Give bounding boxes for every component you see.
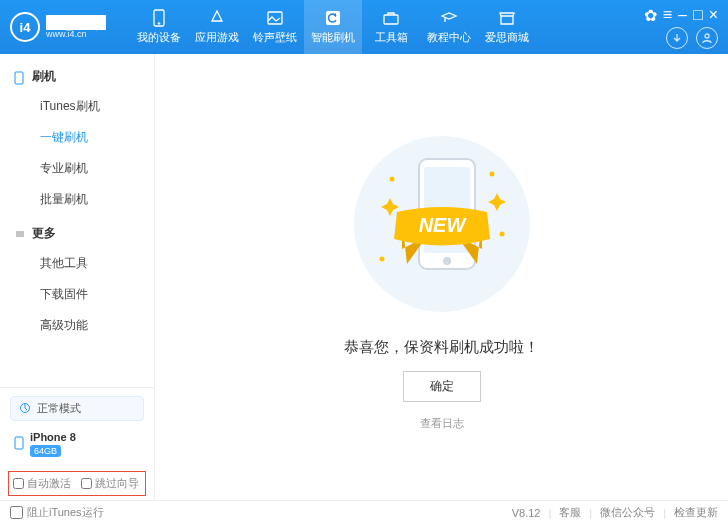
view-log-link[interactable]: 查看日志 — [420, 416, 464, 431]
nav-label: 我的设备 — [137, 30, 181, 45]
status-bar: 阻止iTunes运行 V8.12 | 客服 | 微信公众号 | 检查更新 — [0, 500, 728, 524]
auto-activate-label: 自动激活 — [27, 476, 71, 491]
sidebar-group-title: 刷机 — [32, 68, 56, 85]
sidebar-item-pro-flash[interactable]: 专业刷机 — [0, 153, 154, 184]
bottom-options-highlighted: 自动激活 跳过向导 — [8, 471, 146, 496]
sidebar-item-download-fw[interactable]: 下载固件 — [0, 279, 154, 310]
block-itunes-label: 阻止iTunes运行 — [27, 505, 104, 520]
close-button[interactable]: × — [709, 6, 718, 25]
svg-point-11 — [489, 171, 494, 176]
user-button[interactable] — [696, 27, 718, 49]
sidebar-item-itunes-flash[interactable]: iTunes刷机 — [0, 91, 154, 122]
graduation-icon — [440, 9, 458, 27]
device-name: iPhone 8 — [30, 431, 76, 443]
nav-flash[interactable]: 智能刷机 — [304, 0, 362, 54]
nav-label: 爱思商城 — [485, 30, 529, 45]
sidebar-group-flash[interactable]: 刷机 — [0, 62, 154, 91]
nav-tutorials[interactable]: 教程中心 — [420, 0, 478, 54]
svg-point-13 — [379, 256, 384, 261]
nav-ringtones[interactable]: 铃声壁纸 — [246, 0, 304, 54]
toolbox-icon — [382, 9, 400, 27]
mode-icon — [19, 402, 31, 416]
maximize-button[interactable]: □ — [693, 6, 703, 25]
app-site: www.i4.cn — [46, 30, 106, 39]
nav-label: 工具箱 — [375, 30, 408, 45]
svg-rect-4 — [384, 15, 398, 24]
new-ribbon-text: NEW — [418, 214, 467, 236]
success-illustration: NEW — [342, 124, 542, 324]
device-icon — [14, 436, 24, 453]
more-icon — [14, 228, 26, 240]
nav-label: 应用游戏 — [195, 30, 239, 45]
top-nav: 我的设备 应用游戏 铃声壁纸 智能刷机 工具箱 教程中心 — [130, 0, 634, 54]
success-message: 恭喜您，保资料刷机成功啦！ — [344, 338, 539, 357]
app-window: i4 爱思助手 www.i4.cn 我的设备 应用游戏 铃声壁纸 智能刷机 — [0, 0, 728, 524]
block-itunes-input[interactable] — [10, 506, 23, 519]
menu-button[interactable]: ≡ — [663, 6, 672, 25]
sidebar-item-advanced[interactable]: 高级功能 — [0, 310, 154, 341]
title-bar: i4 爱思助手 www.i4.cn 我的设备 应用游戏 铃声壁纸 智能刷机 — [0, 0, 728, 54]
svg-point-16 — [443, 257, 451, 265]
apps-icon — [208, 9, 226, 27]
skip-setup-label: 跳过向导 — [95, 476, 139, 491]
image-icon — [266, 9, 284, 27]
sidebar-group-title: 更多 — [32, 225, 56, 242]
nav-store[interactable]: 爱思商城 — [478, 0, 536, 54]
phone-icon — [150, 9, 168, 27]
svg-point-12 — [499, 231, 504, 236]
skin-button[interactable]: ✿ — [644, 6, 657, 25]
sidebar-item-other-tools[interactable]: 其他工具 — [0, 248, 154, 279]
support-link[interactable]: 客服 — [559, 505, 581, 520]
svg-rect-6 — [15, 72, 23, 84]
svg-point-1 — [158, 23, 160, 25]
version-label: V8.12 — [512, 507, 541, 519]
mode-label: 正常模式 — [37, 401, 81, 416]
main-panel: NEW 恭喜您，保资料刷机成功啦！ 确定 查看日志 — [155, 54, 728, 500]
nav-label: 铃声壁纸 — [253, 30, 297, 45]
sidebar: 刷机 iTunes刷机 一键刷机 专业刷机 批量刷机 更多 其他工具 下载固件 … — [0, 54, 155, 500]
check-update-link[interactable]: 检查更新 — [674, 505, 718, 520]
store-icon — [498, 9, 516, 27]
device-storage-badge: 64GB — [30, 445, 61, 457]
device-info[interactable]: iPhone 8 64GB — [10, 429, 144, 459]
phone-small-icon — [14, 71, 26, 83]
nav-label: 教程中心 — [427, 30, 471, 45]
device-mode[interactable]: 正常模式 — [10, 396, 144, 421]
nav-label: 智能刷机 — [311, 30, 355, 45]
svg-point-5 — [705, 34, 709, 38]
auto-activate-input[interactable] — [13, 478, 24, 489]
wechat-link[interactable]: 微信公众号 — [600, 505, 655, 520]
app-name: 爱思助手 — [46, 15, 106, 30]
logo: i4 爱思助手 www.i4.cn — [10, 12, 130, 42]
nav-tools[interactable]: 工具箱 — [362, 0, 420, 54]
refresh-icon — [324, 9, 342, 27]
sidebar-item-batch-flash[interactable]: 批量刷机 — [0, 184, 154, 215]
auto-activate-checkbox[interactable]: 自动激活 — [13, 476, 71, 491]
download-button[interactable] — [666, 27, 688, 49]
minimize-button[interactable]: – — [678, 6, 687, 25]
skip-setup-checkbox[interactable]: 跳过向导 — [81, 476, 139, 491]
sidebar-group-more[interactable]: 更多 — [0, 219, 154, 248]
nav-my-device[interactable]: 我的设备 — [130, 0, 188, 54]
logo-icon: i4 — [10, 12, 40, 42]
ok-button[interactable]: 确定 — [403, 371, 481, 402]
block-itunes-checkbox[interactable]: 阻止iTunes运行 — [10, 505, 104, 520]
nav-apps[interactable]: 应用游戏 — [188, 0, 246, 54]
svg-point-10 — [389, 176, 394, 181]
svg-rect-8 — [15, 437, 23, 449]
body: 刷机 iTunes刷机 一键刷机 专业刷机 批量刷机 更多 其他工具 下载固件 … — [0, 54, 728, 500]
sidebar-item-oneclick-flash[interactable]: 一键刷机 — [0, 122, 154, 153]
skip-setup-input[interactable] — [81, 478, 92, 489]
